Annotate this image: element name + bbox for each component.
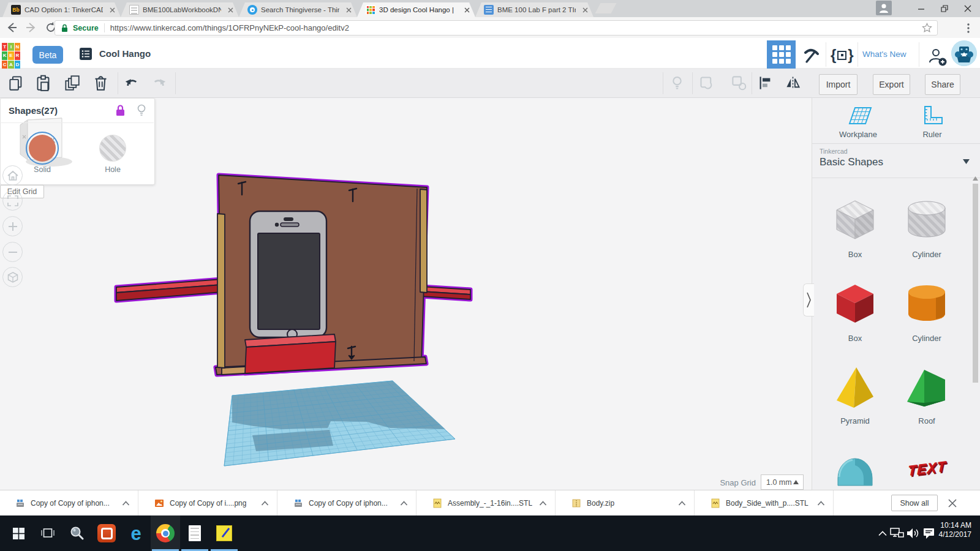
download-caret-icon[interactable] — [261, 501, 269, 506]
workplane-tool-icon[interactable] — [845, 104, 873, 129]
group-icon[interactable] — [698, 75, 715, 91]
search-button[interactable] — [62, 515, 92, 551]
edge-browser-button[interactable]: e — [121, 515, 151, 551]
tab-tinkercad-active[interactable]: 3D design Cool Hango | — [357, 2, 475, 17]
mirror-flip-icon[interactable] — [785, 75, 801, 91]
invite-person-icon[interactable] — [928, 47, 948, 67]
download-caret-icon[interactable] — [817, 501, 825, 506]
chrome-menu-icon[interactable] — [967, 23, 970, 34]
workplane-tool-label[interactable]: Workplane — [834, 130, 883, 139]
network-tray-button[interactable] — [889, 525, 905, 541]
home-view-button[interactable] — [2, 165, 23, 186]
tab-lab-workbook[interactable]: BME100LabWorkbookDN — [121, 2, 239, 17]
tab-close-icon[interactable] — [464, 7, 470, 13]
download-item[interactable]: Copy of Copy of iphon... — [278, 490, 417, 515]
tab-close-icon[interactable] — [582, 7, 588, 13]
perspective-toggle-button[interactable] — [2, 267, 23, 287]
visibility-lightbulb-icon[interactable] — [136, 103, 147, 117]
tinkercad-logo[interactable]: T I N K E R C A D — [2, 43, 20, 69]
chrome-button[interactable] — [151, 515, 180, 551]
tab-close-icon[interactable] — [228, 7, 233, 13]
hole-swatch[interactable] — [99, 135, 126, 162]
downloads-bar-close-icon[interactable] — [948, 499, 957, 508]
shape-red-box[interactable] — [829, 277, 881, 329]
shape-round-roof[interactable] — [829, 443, 881, 490]
volume-tray-button[interactable] — [905, 525, 921, 541]
solid-swatch[interactable] — [29, 135, 56, 162]
tab-bme-lab[interactable]: BME 100 Lab F part 2 TIn — [475, 2, 594, 17]
share-button[interactable]: Share — [925, 74, 960, 95]
shape-orange-cylinder[interactable] — [901, 277, 952, 329]
minecraft-pickaxe-icon[interactable] — [801, 46, 820, 64]
align-icon[interactable] — [757, 75, 774, 91]
download-caret-icon[interactable] — [400, 501, 408, 506]
back-icon[interactable] — [6, 21, 18, 34]
windows-logo-icon — [13, 528, 24, 539]
restore-button-icon[interactable] — [941, 5, 948, 12]
delete-trash-icon[interactable] — [92, 75, 109, 91]
shape-roof[interactable] — [901, 361, 952, 413]
properties-menu-icon[interactable] — [80, 48, 92, 60]
undo-icon[interactable] — [124, 75, 140, 91]
category-dropdown-label[interactable]: Basic Shapes — [820, 156, 883, 168]
code-blocks-button[interactable]: {} — [831, 47, 854, 64]
download-item[interactable]: Copy of Copy of i....png — [139, 490, 277, 515]
download-item[interactable]: Body.zip — [556, 490, 695, 515]
forward-icon[interactable] — [25, 21, 37, 34]
logo-letter: T — [2, 43, 7, 51]
redo-icon[interactable] — [151, 75, 167, 91]
action-center-button[interactable] — [921, 525, 937, 541]
url-box[interactable]: Secure https://www.tinkercad.com/things/… — [55, 20, 938, 36]
download-caret-icon[interactable] — [539, 501, 547, 506]
scroll-up-arrow-icon[interactable] — [973, 176, 978, 181]
shape-pyramid[interactable] — [829, 361, 881, 413]
dashboard-grid-button[interactable] — [767, 40, 796, 69]
start-button[interactable] — [4, 515, 33, 551]
duplicate-icon[interactable] — [64, 75, 80, 91]
task-view-button[interactable] — [33, 515, 62, 551]
show-all-downloads-button[interactable]: Show all — [891, 495, 938, 511]
tab-close-icon[interactable] — [110, 7, 115, 13]
minimize-button-icon[interactable] — [918, 6, 925, 12]
close-button-icon[interactable] — [964, 5, 971, 12]
whats-new-link[interactable]: What's New — [862, 50, 907, 59]
user-avatar[interactable] — [951, 40, 977, 66]
new-tab-button[interactable] — [595, 3, 616, 13]
shape-hole-cylinder[interactable] — [901, 193, 952, 245]
show-all-lightbulb-icon[interactable] — [669, 75, 685, 91]
bookmark-star-icon[interactable] — [922, 23, 932, 33]
download-item[interactable]: Assembly_-_1-16in....STL — [417, 490, 556, 515]
design-title[interactable]: Cool Hango — [99, 48, 151, 59]
tab-cad-option[interactable]: Bb CAD Option 1: TinkerCAD — [2, 2, 121, 17]
ruler-tool-label[interactable]: Ruler — [908, 130, 957, 139]
paste-icon[interactable] — [35, 75, 51, 91]
orange-app-button[interactable] — [92, 515, 121, 551]
shape-text[interactable]: TEXT — [901, 443, 952, 490]
taskbar-clock[interactable]: 10:14 AM 4/12/2017 — [939, 521, 971, 539]
profile-icon[interactable] — [876, 1, 892, 15]
copy-icon[interactable] — [8, 75, 24, 91]
snap-grid-dropdown[interactable]: 1.0 mm — [761, 474, 804, 490]
sidebar-scrollbar-thumb[interactable] — [973, 184, 978, 383]
shape-hole-box[interactable] — [829, 193, 881, 245]
fit-view-button[interactable] — [2, 190, 23, 211]
sidebar-divider — [812, 143, 980, 144]
dropdown-down-caret-icon[interactable] — [963, 159, 970, 164]
tab-thingiverse[interactable]: Search Thingiverse - Thin — [239, 2, 357, 17]
export-button[interactable]: Export — [873, 74, 910, 95]
tab-close-icon[interactable] — [346, 7, 352, 13]
sticky-notes-button[interactable] — [209, 515, 239, 551]
tray-expand-button[interactable] — [875, 525, 891, 541]
download-caret-icon[interactable] — [678, 501, 686, 506]
download-caret-icon[interactable] — [122, 501, 130, 506]
zoom-in-button[interactable] — [2, 216, 23, 236]
ungroup-icon[interactable] — [731, 75, 747, 91]
lock-icon[interactable] — [115, 104, 126, 117]
sidebar-collapse-handle[interactable] — [803, 283, 814, 317]
download-item[interactable]: Copy of Copy of iphon... — [0, 490, 138, 515]
zoom-out-button[interactable] — [2, 242, 23, 262]
notepad-button[interactable] — [180, 515, 209, 551]
ruler-tool-icon[interactable] — [920, 104, 946, 129]
download-item[interactable]: Body_Side_with_p....STL — [695, 490, 834, 515]
import-button[interactable]: Import — [819, 74, 858, 95]
